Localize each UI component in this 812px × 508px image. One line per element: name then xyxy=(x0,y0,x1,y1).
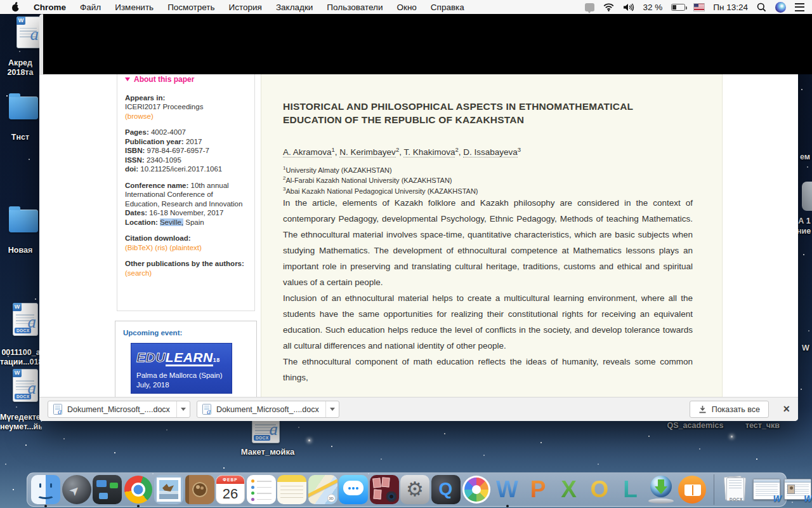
dock-word-document-icon[interactable]: W xyxy=(752,475,782,504)
portrait-photo xyxy=(787,485,795,494)
download-item-1[interactable]: a Dokument_Microsoft_....docx xyxy=(48,401,190,418)
author-link[interactable]: N. Kerimbayev xyxy=(339,147,396,157)
desktop-docx-icon[interactable]: W a DOCX xyxy=(13,303,38,336)
chevron-down-icon xyxy=(330,408,335,411)
menu-bar: Chrome Файл Изменить Посмотреть История … xyxy=(0,0,812,14)
maps-3d-badge: 3D xyxy=(327,494,336,502)
dock-mission-control-icon[interactable] xyxy=(93,475,122,504)
desktop-folder-icon[interactable] xyxy=(9,210,38,232)
affiliations: 1University Almaty (KAZAKHSTAN) 2Al-Fara… xyxy=(283,164,693,196)
abstract-paragraph: The ethnocultural component of math educ… xyxy=(283,354,693,385)
dock-quicktime-icon[interactable]: Q xyxy=(431,475,461,504)
dock-photos-icon[interactable] xyxy=(462,475,491,504)
dock-photo-booth-icon[interactable] xyxy=(370,475,399,504)
wifi-icon[interactable] xyxy=(603,3,614,11)
dock-calendar-icon[interactable]: ФЕВР 26 xyxy=(216,475,245,504)
dock-docx-stack-icon[interactable]: DOCX xyxy=(722,475,751,504)
desktop-label[interactable]: Мүгедектерді xyxy=(0,413,42,422)
edge-fragment: ем xyxy=(798,152,812,161)
dock-reminders-icon[interactable] xyxy=(247,475,276,504)
menu-app-name[interactable]: Chrome xyxy=(27,3,73,12)
word-flag-icon: W xyxy=(13,303,22,311)
dock-mail-icon[interactable] xyxy=(154,475,183,504)
calendar-day: 26 xyxy=(216,484,244,504)
desktop-docx-icon[interactable]: W a DOCX xyxy=(13,369,38,402)
browse-link[interactable]: (browse) xyxy=(125,112,247,121)
flower-icon xyxy=(464,478,488,502)
author-link[interactable]: D. Issabayeva xyxy=(463,147,518,157)
desktop-label[interactable]: Тнст xyxy=(0,133,41,142)
edulearn-banner[interactable]: EDULEARN18 Palma de Mallorca (Spain) Jul… xyxy=(131,343,232,394)
menu-people[interactable]: Пользователи xyxy=(320,3,390,12)
edge-fragment: А 1 xyxy=(797,217,812,225)
desktop-doc-icon-akred[interactable]: W a xyxy=(16,17,41,48)
dock-outlook-icon[interactable]: O xyxy=(585,475,614,504)
notification-center-icon[interactable] xyxy=(795,3,804,11)
citation-label: Citation download: xyxy=(125,234,247,243)
menu-history[interactable]: История xyxy=(222,3,269,12)
menu-file[interactable]: Файл xyxy=(73,3,108,12)
dock-word-icon[interactable]: W xyxy=(493,475,522,504)
download-bar: a Dokument_Microsoft_....docx a Dokument… xyxy=(39,397,798,421)
spotlight-search-icon[interactable] xyxy=(757,3,766,12)
ris-link[interactable]: (ris) xyxy=(155,244,167,251)
close-download-bar-button[interactable]: × xyxy=(783,402,790,416)
dock-contacts-icon[interactable] xyxy=(185,475,214,504)
dock-chrome-icon[interactable] xyxy=(124,475,153,504)
word-file-icon: a xyxy=(53,404,62,415)
show-all-downloads-button[interactable]: Показать все xyxy=(690,401,769,418)
search-link[interactable]: (search) xyxy=(125,269,247,278)
word-file-icon: a xyxy=(202,404,211,415)
word-letter: W xyxy=(493,475,522,504)
desktop-label[interactable]: тации...018 xyxy=(0,358,42,366)
desktop-label-qs[interactable]: QS_academics xyxy=(660,421,731,430)
download-item-2[interactable]: a Dokument_Microsoft_....docx xyxy=(197,401,339,418)
dock-finder-icon[interactable] xyxy=(31,475,60,504)
author-link[interactable]: A. Akramova xyxy=(283,147,332,157)
desktop-label[interactable]: неумет...йындау xyxy=(0,422,42,431)
desktop-label[interactable]: 2018та xyxy=(0,68,41,77)
menu-window[interactable]: Окно xyxy=(390,3,423,12)
doc-a-glyph: a xyxy=(270,421,278,438)
bright-star xyxy=(731,436,733,438)
upcoming-event-heading: Upcoming event: xyxy=(123,329,256,337)
chevron-down-icon xyxy=(181,408,186,411)
download-item-menu-button[interactable] xyxy=(325,401,339,417)
desktop-folder-icon[interactable] xyxy=(9,97,38,119)
author-link[interactable]: T. Khakimova xyxy=(403,147,455,157)
dock-messages-icon[interactable] xyxy=(339,475,368,504)
menu-clock[interactable]: Пн 13:24 xyxy=(713,3,748,12)
desktop-label[interactable]: Новая xyxy=(0,246,41,255)
dock-notes-icon[interactable] xyxy=(277,475,306,504)
desktop-label[interactable]: 0011100_a xyxy=(0,348,42,357)
menu-bookmarks[interactable]: Закладки xyxy=(269,3,320,12)
download-filename: Dokument_Microsoft_....docx xyxy=(216,405,319,414)
about-paper-heading[interactable]: About this paper xyxy=(125,75,247,84)
dock-system-preferences-icon[interactable]: ⚙ xyxy=(400,475,429,504)
dock-excel-icon[interactable]: X xyxy=(554,475,584,504)
dock-launchpad-icon[interactable]: ➤ xyxy=(62,475,91,504)
download-item-menu-button[interactable] xyxy=(176,401,190,417)
dock-downloads-globe-icon[interactable] xyxy=(646,475,676,504)
battery-icon[interactable] xyxy=(671,4,685,11)
input-language-flag-icon[interactable] xyxy=(694,4,704,11)
dock-lync-icon[interactable]: L xyxy=(616,475,645,504)
desktop-label[interactable]: Акред xyxy=(0,58,41,67)
apple-menu[interactable] xyxy=(8,2,27,12)
desktop-label-test[interactable]: тест_чкв xyxy=(736,421,789,430)
edulearn-logo: EDULEARN18 xyxy=(136,350,232,365)
desktop-label-maket[interactable]: Макет_мойка xyxy=(223,447,312,457)
airplay-icon[interactable] xyxy=(585,3,594,11)
volume-icon[interactable] xyxy=(623,3,634,11)
docx-badge: DOCX xyxy=(254,435,270,441)
bibtex-link[interactable]: (BibTeX) xyxy=(125,244,153,251)
menu-edit[interactable]: Изменить xyxy=(108,3,160,12)
dock-powerpoint-icon[interactable]: P xyxy=(523,475,553,504)
siri-icon[interactable] xyxy=(775,2,786,13)
dock-ibooks-icon[interactable] xyxy=(678,475,707,504)
menu-view[interactable]: Посмотреть xyxy=(160,3,221,12)
menu-help[interactable]: Справка xyxy=(424,3,471,12)
plaintext-link[interactable]: (plaintext) xyxy=(169,244,202,251)
dock-word-document-2-icon[interactable]: W xyxy=(783,475,812,504)
dock-maps-icon[interactable]: 3D xyxy=(308,475,337,504)
